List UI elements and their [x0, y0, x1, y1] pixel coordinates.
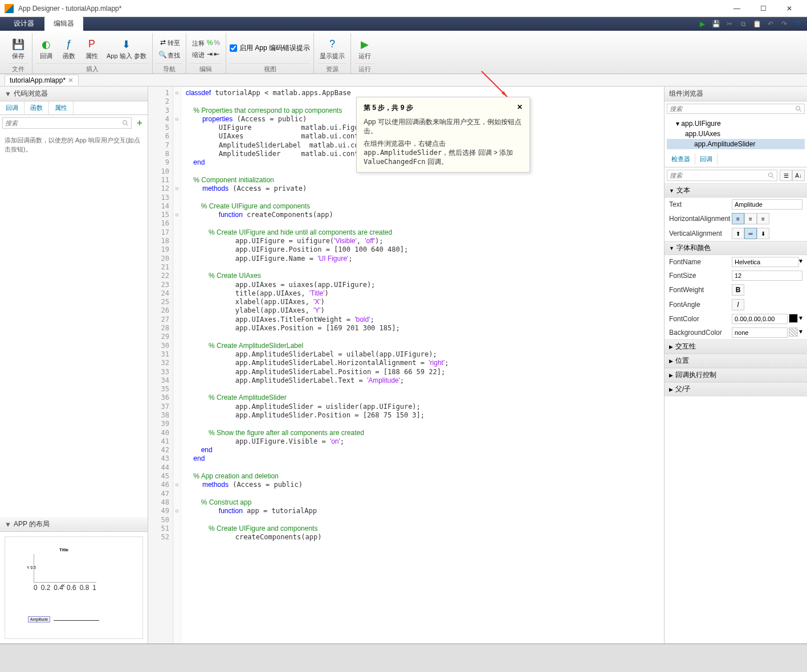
line-gutter: 1234567891011121314151617181920212223242…	[148, 87, 173, 644]
section-parent[interactable]: ▶父/子	[665, 382, 807, 396]
halign-left-button[interactable]: ≡	[732, 213, 744, 224]
ribbon-group-file: 文件	[8, 63, 28, 73]
matlab-logo-icon	[5, 4, 14, 13]
tab-inspector[interactable]: 检查器	[667, 154, 695, 165]
valign-bottom-button[interactable]: ⬇	[757, 228, 769, 239]
copy-icon[interactable]: ⧉	[739, 19, 748, 28]
prop-fontcolor-label: FontColor	[669, 315, 732, 323]
fontangle-italic-button[interactable]: I	[732, 299, 744, 310]
cut-icon[interactable]: ✂	[725, 19, 734, 28]
tab-designer[interactable]: 设计器	[5, 17, 43, 31]
prop-fontcolor-input[interactable]	[732, 314, 788, 324]
save-icon[interactable]: 💾	[711, 19, 720, 28]
close-tab-icon[interactable]: ✕	[68, 76, 74, 84]
valign-top-button[interactable]: ⬆	[732, 228, 744, 239]
file-tab-bar: tutorialApp.mlapp*✕	[0, 74, 807, 87]
layout-panel-header[interactable]: ▼APP 的布局	[0, 517, 148, 532]
tree-amplitudeslider[interactable]: app.AmplitudeSlider	[667, 139, 805, 149]
ribbon: 💾保存 文件 ◐回调 ƒ函数 P属性 ⬇App 输入 参数 插入 ⇄转至 🔍查找…	[0, 31, 807, 74]
comment-button[interactable]: 注释%%	[190, 38, 222, 48]
taskbar	[0, 644, 807, 672]
code-browser-header[interactable]: ▼代码浏览器	[0, 87, 148, 101]
prop-bgcolor-input[interactable]	[732, 327, 788, 338]
section-text[interactable]: ▼文本	[665, 183, 807, 198]
bgcolor-dropdown-button[interactable]: ▾	[799, 327, 802, 338]
property-button[interactable]: P属性	[81, 36, 102, 60]
tutorial-tooltip: 第 5 步，共 9 步✕ App 可以使用回调函数来响应用户交互，例如按钮点击。…	[356, 97, 530, 173]
undo-icon[interactable]: ↶	[766, 19, 775, 28]
section-callback-exec[interactable]: ▶回调执行控制	[665, 368, 807, 382]
find-button[interactable]: 🔍查找	[156, 49, 182, 60]
ribbon-group-run: 运行	[354, 63, 375, 73]
prop-fontweight-label: FontWeight	[669, 286, 732, 294]
valign-middle-button[interactable]: ═	[744, 228, 757, 239]
window-title: App Designer - tutorialApp.mlapp*	[18, 5, 724, 13]
mini-axes	[34, 554, 96, 583]
tooltip-close-button[interactable]: ✕	[517, 103, 523, 113]
callback-hint: 添加回调函数，以使您的 App 响应用户交互(如点击按钮)。	[0, 131, 148, 158]
bgcolor-swatch[interactable]	[789, 327, 798, 337]
component-search-input[interactable]	[667, 104, 805, 114]
maximize-button[interactable]: ☐	[750, 0, 776, 17]
function-button[interactable]: ƒ函数	[59, 36, 79, 60]
halign-right-button[interactable]: ≡	[757, 213, 769, 224]
view-alphabetical-button[interactable]: A↓	[792, 170, 805, 181]
callback-search-input[interactable]	[2, 117, 132, 129]
mini-slider	[54, 618, 99, 622]
collapse-icon: ▼	[5, 90, 11, 98]
collapse-icon: ▼	[5, 521, 11, 528]
component-browser-header[interactable]: 组件浏览器	[665, 87, 807, 101]
enable-hints-checkbox[interactable]: 启用 App 编码错误提示	[230, 43, 310, 53]
save-button[interactable]: 💾保存	[8, 36, 28, 60]
run-icon[interactable]: ▶	[698, 19, 707, 28]
tab-callback[interactable]: 回调	[695, 154, 718, 165]
prop-text-input[interactable]	[732, 199, 802, 210]
goto-button[interactable]: ⇄转至	[156, 36, 182, 48]
prop-fontsize-label: FontSize	[669, 272, 732, 280]
prop-fontsize-input[interactable]	[732, 271, 802, 281]
show-hints-button[interactable]: ?显示提示	[317, 36, 347, 60]
callback-button[interactable]: ◐回调	[36, 36, 56, 60]
prop-valign-label: VerticalAlignment	[669, 230, 732, 237]
fontname-dropdown-button[interactable]: ▾	[799, 257, 802, 267]
right-panel: 组件浏览器 ▾ app.UIFigure app.UIAxes app.Ampl…	[665, 87, 807, 644]
add-callback-button[interactable]: +	[134, 117, 145, 129]
section-position[interactable]: ▶位置	[665, 354, 807, 368]
tree-uifigure[interactable]: ▾ app.UIFigure	[667, 118, 805, 129]
section-interactivity[interactable]: ▶交互性	[665, 339, 807, 354]
run-button[interactable]: ▶运行	[354, 36, 375, 60]
redo-icon[interactable]: ↷	[780, 19, 789, 28]
file-tab[interactable]: tutorialApp.mlapp*✕	[5, 75, 79, 85]
tree-uiaxes[interactable]: app.UIAxes	[667, 129, 805, 139]
paste-icon[interactable]: 📋	[752, 19, 761, 28]
subtab-callback[interactable]: 回调	[0, 101, 25, 114]
prop-text-label: Text	[669, 200, 732, 208]
fontcolor-dropdown-button[interactable]: ▾	[799, 314, 802, 324]
prop-fontname-input[interactable]	[732, 257, 799, 267]
prop-fontangle-label: FontAngle	[669, 301, 732, 309]
tab-editor[interactable]: 编辑器	[44, 17, 83, 31]
prop-halign-label: HorizontalAlignment	[669, 215, 732, 223]
left-panel: ▼代码浏览器 回调 函数 属性 + 添加回调函数，以使您的 App 响应用户交互…	[0, 87, 148, 644]
tooltip-step: 第 5 步，共 9 步	[364, 103, 413, 113]
property-search-input[interactable]	[667, 170, 777, 181]
layout-preview[interactable]: Title Y 0.5 X 00.20.40.60.81 Amplitude	[5, 536, 143, 639]
ribbon-group-resources: 资源	[317, 63, 347, 73]
mini-ticks: 00.20.40.60.81	[34, 584, 96, 592]
minimize-button[interactable]: —	[724, 0, 750, 17]
help-icon[interactable]: ?	[793, 19, 802, 28]
fontcolor-swatch[interactable]	[789, 314, 798, 323]
ribbon-group-view: 视图	[230, 63, 310, 73]
component-tree: ▾ app.UIFigure app.UIAxes app.AmplitudeS…	[665, 116, 807, 151]
indent-button[interactable]: 缩进⇥⇤	[190, 49, 222, 59]
section-font[interactable]: ▼字体和颜色	[665, 241, 807, 255]
view-categorized-button[interactable]: ☰	[780, 170, 792, 181]
close-button[interactable]: ✕	[776, 0, 802, 17]
halign-center-button[interactable]: ≡	[744, 213, 757, 224]
fold-gutter[interactable]: ⊟ ⊟ ⊟ ⊟ ⊟ ⊟	[173, 87, 181, 644]
app-input-button[interactable]: ⬇App 输入 参数	[104, 36, 149, 60]
fontweight-bold-button[interactable]: B	[732, 284, 744, 296]
mini-slider-label: Amplitude	[28, 616, 50, 622]
subtab-property[interactable]: 属性	[49, 101, 74, 114]
subtab-function[interactable]: 函数	[25, 101, 49, 114]
